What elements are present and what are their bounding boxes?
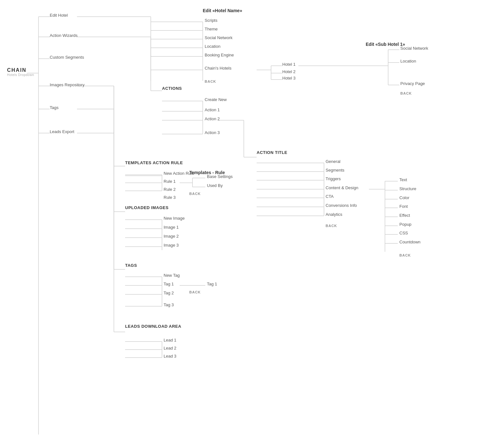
tar-rule-1[interactable]: Rule 1 <box>164 179 176 184</box>
ui-new-image[interactable]: New Image <box>164 216 185 221</box>
tag-2[interactable]: Tag 2 <box>164 291 174 295</box>
edit-hotel-back[interactable]: BACK <box>205 80 216 83</box>
action-1[interactable]: Action 1 <box>205 107 220 112</box>
action-analytics[interactable]: Analytics <box>326 212 342 217</box>
action-general[interactable]: General <box>326 159 340 164</box>
cd-popup[interactable]: Popup <box>399 222 412 227</box>
uploaded-images-title: UPLOADED IMAGES <box>125 205 168 210</box>
chain-subtitle: Hotels Dropdown <box>7 73 34 77</box>
sub-hotel-title: Edit «Sub Hotel 1» <box>366 42 405 47</box>
tag-detail-tag1[interactable]: Tag 1 <box>207 282 217 286</box>
action-content-design[interactable]: Content & Design <box>326 185 358 190</box>
sub-hotel-privacy-page[interactable]: Privacy Page <box>400 81 425 86</box>
action-2[interactable]: Action 2 <box>205 116 220 121</box>
edit-hotel-booking-engine[interactable]: Booking Engine <box>205 53 234 57</box>
tr-used-by[interactable]: Used By <box>207 183 223 188</box>
menu-custom-segments[interactable]: Custom Segments <box>50 55 84 60</box>
templates-action-rule-title: TEMPLATES ACTION RULE <box>125 160 183 165</box>
actions-title: ACTIONS <box>162 86 182 91</box>
tag-detail-back[interactable]: BACK <box>189 290 201 294</box>
action-3[interactable]: Action 3 <box>205 130 220 135</box>
edit-hotel-chains-hotels[interactable]: Chain's Hotels <box>205 66 231 71</box>
action-title-heading: ACTION TITLE <box>257 150 287 155</box>
action-segments[interactable]: Segments <box>326 168 345 173</box>
sub-hotel-social-network[interactable]: Social Network <box>400 46 428 51</box>
tag-1[interactable]: Tag 1 <box>164 282 174 286</box>
cd-font[interactable]: Font <box>399 204 408 209</box>
edit-hotel-social-network[interactable]: Social Network <box>205 35 233 40</box>
tag-new-tag[interactable]: New Tag <box>164 273 180 278</box>
tar-rule-3[interactable]: Rule 3 <box>164 195 176 200</box>
chain-root: CHAIN Hotels Dropdown <box>7 67 34 77</box>
edit-hotel-title: Edit «Hotel Name» <box>203 8 242 13</box>
cd-color[interactable]: Color <box>399 195 409 200</box>
lead-2[interactable]: Lead 2 <box>164 346 176 351</box>
menu-edit-hotel[interactable]: Edit Hotel <box>50 13 68 18</box>
action-title-back[interactable]: BACK <box>326 224 337 228</box>
chain-title: CHAIN <box>7 67 27 73</box>
sub-hotel-location[interactable]: Location <box>400 59 416 63</box>
tr-back[interactable]: BACK <box>189 192 201 196</box>
hotel-2[interactable]: Hotel 2 <box>282 69 295 74</box>
hotel-3[interactable]: Hotel 3 <box>282 76 295 80</box>
tar-rule-2[interactable]: Rule 2 <box>164 187 176 192</box>
cd-effect[interactable]: Effect <box>399 213 410 218</box>
hotel-1[interactable]: Hotel 1 <box>282 62 295 67</box>
ui-image-3[interactable]: Image 3 <box>164 243 179 248</box>
cd-css[interactable]: CSS <box>399 231 408 235</box>
leads-title: LEADS DOWNLOAD AREA <box>125 324 181 329</box>
edit-hotel-location[interactable]: Location <box>205 44 220 49</box>
menu-tags[interactable]: Tags <box>50 105 58 110</box>
action-create-new[interactable]: Create New <box>205 97 227 102</box>
action-cta[interactable]: CTA <box>326 194 334 199</box>
tr-base-settings[interactable]: Base Settings <box>207 174 233 179</box>
menu-leads-export[interactable]: Leads Export <box>50 129 74 134</box>
ui-image-1[interactable]: Image 1 <box>164 225 179 230</box>
action-triggers[interactable]: Triggers <box>326 176 341 181</box>
cd-back[interactable]: BACK <box>399 253 411 257</box>
cd-structure[interactable]: Structure <box>399 186 416 191</box>
action-conversions-info[interactable]: Conversions Info <box>326 203 357 208</box>
lead-3[interactable]: Lead 3 <box>164 354 176 359</box>
edit-hotel-scripts[interactable]: Scripts <box>205 18 217 23</box>
tag-3[interactable]: Tag 3 <box>164 302 174 307</box>
sub-hotel-back[interactable]: BACK <box>400 91 412 95</box>
edit-hotel-theme[interactable]: Theme <box>205 27 217 31</box>
ui-image-2[interactable]: Image 2 <box>164 234 179 239</box>
tags-title: TAGS <box>125 263 137 268</box>
cd-text[interactable]: Text <box>399 177 407 182</box>
cd-countdown[interactable]: Countdown <box>399 240 421 244</box>
menu-images-repository[interactable]: Images Repository <box>50 82 84 87</box>
menu-action-wizards[interactable]: Action Wizards <box>50 33 78 38</box>
lead-1[interactable]: Lead 1 <box>164 338 176 342</box>
